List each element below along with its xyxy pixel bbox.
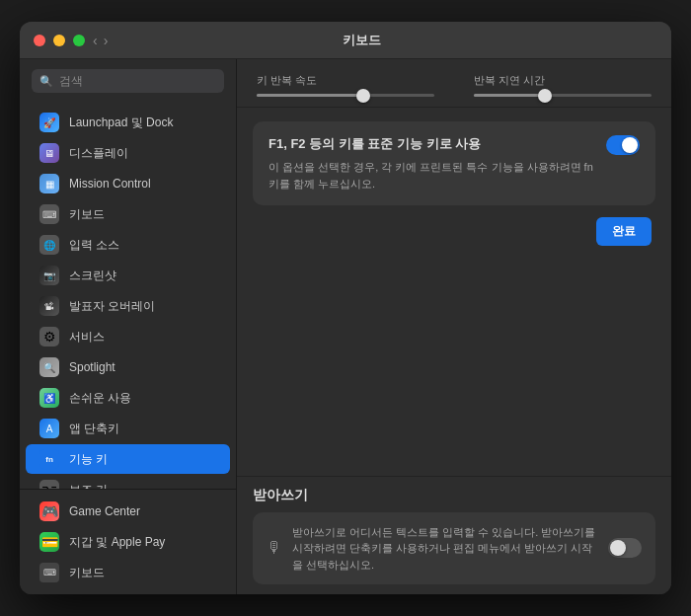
sidebar-list: 🚀 Launchpad 및 Dock 🖥 디스플레이 ▦ Mission Con…	[20, 103, 236, 489]
sidebar-item-easyaccess[interactable]: ♿ 손쉬운 사용	[26, 383, 230, 413]
key-repeat-group: 키 반복 속도	[257, 73, 434, 97]
sidebar-item-launchpad[interactable]: 🚀 Launchpad 및 Dock	[26, 108, 230, 137]
dictation-card: 🎙 받아쓰기로 어디서든 텍스트를 입력할 수 있습니다. 받아쓰기를 시작하려…	[253, 512, 655, 585]
sidebar-item-appshortcut[interactable]: A 앱 단축키	[26, 414, 230, 443]
gamecenter-label: Game Center	[69, 504, 140, 518]
dictation-toggle[interactable]	[608, 538, 642, 558]
mic-icon: 🎙	[267, 539, 282, 557]
wallet-label: 지갑 및 Apple Pay	[69, 534, 165, 551]
display-label: 디스플레이	[69, 145, 128, 162]
keyboard2-label: 키보드	[69, 565, 105, 581]
search-input[interactable]	[59, 74, 216, 88]
appshortcut-icon: A	[39, 419, 59, 438]
display-icon: 🖥	[39, 143, 59, 163]
repeat-delay-group: 반복 지연 시간	[474, 73, 652, 97]
services-label: 서비스	[69, 329, 105, 346]
sidebar-item-overlay[interactable]: 📽 발표자 오버레이	[26, 291, 230, 321]
main-panel: 키 반복 속도 반복 지연 시간	[237, 59, 671, 594]
slider-section: 키 반복 속도 반복 지연 시간	[237, 59, 671, 108]
sidebar-item-services[interactable]: ⚙ 서비스	[26, 322, 230, 351]
fn-key-card: F1, F2 등의 키를 표준 기능 키로 사용 이 옵션을 선택한 경우, 각…	[253, 121, 655, 205]
repeat-delay-track[interactable]	[474, 94, 652, 97]
spotlight-icon: 🔍	[39, 357, 59, 377]
mission-label: Mission Control	[69, 177, 151, 191]
sidebar-item-mission[interactable]: ▦ Mission Control	[26, 169, 230, 198]
fn-card-desc: 이 옵션을 선택한 경우, 각 키에 프린트된 특수 기능을 사용하려면 fn …	[269, 159, 596, 192]
fn-card-title: F1, F2 등의 키를 표준 기능 키로 사용	[269, 135, 596, 153]
sidebar: 🔍 🚀 Launchpad 및 Dock 🖥 디스플레이 ▦ Mission C…	[20, 59, 237, 594]
key-repeat-track[interactable]	[257, 94, 434, 97]
assist-icon: ⌥	[39, 480, 59, 489]
spotlight-label: Spotlight	[69, 360, 115, 374]
sidebar-item-spotlight[interactable]: 🔍 Spotlight	[26, 352, 230, 382]
sidebar-item-display[interactable]: 🖥 디스플레이	[26, 138, 230, 168]
close-button[interactable]	[34, 35, 45, 46]
assist-label: 보조 키	[69, 482, 108, 490]
launchpad-label: Launchpad 및 Dock	[69, 115, 173, 131]
sidebar-item-keyboard2[interactable]: ⌨ 키보드	[26, 558, 230, 587]
sidebar-item-screenshot[interactable]: 📷 스크린샷	[26, 261, 230, 290]
keyboard-icon: ⌨	[39, 204, 59, 224]
sidebar-item-fnkey[interactable]: fn 기능 키	[26, 444, 230, 474]
easyaccess-label: 손쉬운 사용	[69, 390, 131, 407]
dictation-title: 받아쓰기	[253, 487, 655, 504]
titlebar: ‹ › 키보드	[20, 22, 671, 59]
fnkey-label: 기능 키	[69, 451, 108, 468]
sidebar-item-assist[interactable]: ⌥ 보조 키	[26, 475, 230, 489]
done-button[interactable]: 완료	[596, 217, 652, 246]
sidebar-item-gamecenter[interactable]: 🎮 Game Center	[26, 497, 230, 526]
sidebar-item-keyboard[interactable]: ⌨ 키보드	[26, 199, 230, 229]
sidebar-item-input[interactable]: 🌐 입력 소스	[26, 230, 230, 260]
services-icon: ⚙	[39, 327, 59, 346]
sidebar-footer: 🎮 Game Center 💳 지갑 및 Apple Pay ⌨ 키보드	[20, 489, 236, 594]
overlay-label: 발표자 오버레이	[69, 298, 155, 315]
input-icon: 🌐	[39, 235, 59, 255]
window-title: 키보드	[66, 32, 657, 49]
main-window: ‹ › 키보드 🔍 🚀 Launchpad 및 Dock 🖥 디스플레이	[20, 22, 671, 594]
keyboard-label: 키보드	[69, 206, 105, 223]
keyboard2-icon: ⌨	[39, 563, 59, 582]
gamecenter-icon: 🎮	[39, 501, 59, 521]
fn-section: F1, F2 등의 키를 표준 기능 키로 사용 이 옵션을 선택한 경우, 각…	[237, 108, 671, 476]
fnkey-icon: fn	[39, 449, 59, 469]
easyaccess-icon: ♿	[39, 388, 59, 408]
fn-card-text: F1, F2 등의 키를 표준 기능 키로 사용 이 옵션을 선택한 경우, 각…	[269, 135, 596, 192]
search-icon: 🔍	[39, 75, 53, 88]
input-label: 입력 소스	[69, 237, 119, 254]
appshortcut-label: 앱 단축키	[69, 421, 119, 437]
fn-toggle[interactable]	[606, 135, 640, 155]
dictation-section: 받아쓰기 🎙 받아쓰기로 어디서든 텍스트를 입력할 수 있습니다. 받아쓰기를…	[237, 476, 671, 595]
overlay-icon: 📽	[39, 296, 59, 316]
screenshot-label: 스크린샷	[69, 268, 116, 284]
mission-icon: ▦	[39, 174, 59, 193]
minimize-button[interactable]	[53, 35, 65, 46]
content-area: 🔍 🚀 Launchpad 및 Dock 🖥 디스플레이 ▦ Mission C…	[20, 59, 671, 594]
repeat-delay-label: 반복 지연 시간	[474, 73, 652, 88]
wallet-icon: 💳	[39, 532, 59, 552]
dictation-desc: 받아쓰기로 어디서든 텍스트를 입력할 수 있습니다. 받아쓰기를 시작하려면 …	[292, 524, 598, 574]
search-box[interactable]: 🔍	[32, 69, 224, 93]
sidebar-item-wallet[interactable]: 💳 지갑 및 Apple Pay	[26, 527, 230, 557]
key-repeat-label: 키 반복 속도	[257, 73, 434, 88]
screenshot-icon: 📷	[39, 266, 59, 285]
done-btn-row: 완료	[253, 217, 655, 254]
launchpad-icon: 🚀	[39, 113, 59, 132]
